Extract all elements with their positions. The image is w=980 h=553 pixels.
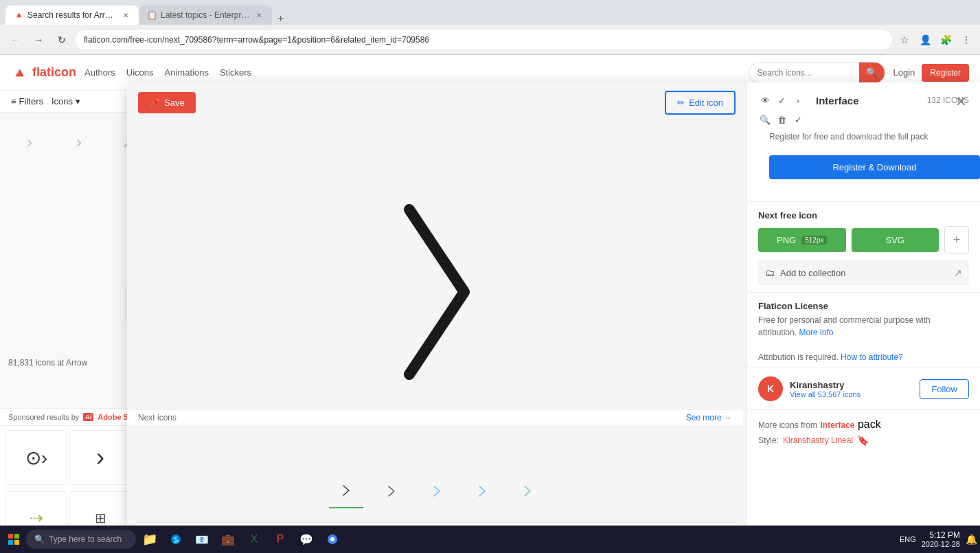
variant-3[interactable] <box>420 474 454 508</box>
bookmark-star-icon[interactable]: ☆ <box>896 32 913 48</box>
collection-icon: 🗂 <box>765 267 775 278</box>
style-label: Style: <box>758 436 779 445</box>
main-chevron-icon <box>368 196 505 388</box>
style-link[interactable]: Kiranshastry Lineal <box>783 436 853 445</box>
save-label: Save <box>164 98 185 108</box>
pack-title-row: 👁 ✓ › Interface 132 ICONS <box>758 93 969 107</box>
pack-icon-check2: ✓ <box>791 113 805 126</box>
register-download-button[interactable]: Register & Download <box>769 155 980 179</box>
svg-point-5 <box>330 537 334 541</box>
settings-icon[interactable]: ⋮ <box>958 32 975 48</box>
tab-1-label: Search results for Arrow - Flatico... <box>27 10 117 20</box>
license-section: Flaticon License Free for personal and c… <box>747 292 980 347</box>
taskbar-app-teams[interactable]: 💼 <box>216 527 240 552</box>
modal-close-button[interactable]: ✕ <box>950 91 972 113</box>
taskbar-app-chrome[interactable] <box>320 527 345 552</box>
taskbar-app-outlook[interactable]: 📧 <box>190 527 214 552</box>
download-options: PNG 512px SVG + <box>747 226 980 253</box>
icon-variants <box>127 460 747 522</box>
attribution-row: Attribution is required. How to attribut… <box>747 347 980 368</box>
png-label: PNG <box>777 235 796 245</box>
collection-label: Add to collection <box>780 268 943 278</box>
more-formats-button[interactable]: + <box>944 226 969 253</box>
author-name: Kiranshastry <box>790 380 913 390</box>
share-icon[interactable]: ↗ <box>954 267 962 278</box>
flaticon-page: 🔺 flaticon Authors Uicons Animations Sti… <box>0 55 980 553</box>
taskbar-app-edge[interactable] <box>163 527 188 552</box>
icon-modal: 📌 Save ✏ Edit icon <box>127 82 980 553</box>
pack-title: Interface <box>816 95 859 106</box>
tab-2-label: Latest topics - Enterprise DNA Fo... <box>161 10 250 20</box>
toolbar-icons: ☆ 👤 🧩 ⋮ <box>896 32 975 48</box>
taskbar-app-explorer[interactable]: 📁 <box>137 527 162 552</box>
follow-button[interactable]: Follow <box>920 379 969 399</box>
notification-icon[interactable]: 🔔 <box>966 534 977 545</box>
variant-5[interactable] <box>510 474 545 508</box>
modal-toolbar: 📌 Save ✏ Edit icon <box>127 82 747 123</box>
more-icons-from-text: More icons from <box>758 420 817 430</box>
svg-download-button[interactable]: SVG <box>852 228 939 252</box>
next-free-icon-title: Next free icon <box>747 202 980 226</box>
edit-icon-label: Edit icon <box>689 98 723 108</box>
pack-link[interactable]: Interface <box>820 420 854 430</box>
add-to-collection-row[interactable]: 🗂 Add to collection ↗ <box>758 260 969 285</box>
save-button[interactable]: 📌 Save <box>138 92 196 113</box>
see-more-link[interactable]: See more → <box>686 413 732 422</box>
pack-icon-search: 🔍 <box>758 113 772 126</box>
taskbar-right: ENG 5:12 PM 2020-12-28 🔔 <box>900 530 977 548</box>
taskbar-app-powerpoint[interactable]: P <box>268 527 293 552</box>
modal-overlay: 📌 Save ✏ Edit icon <box>0 55 980 553</box>
attribution-text: Attribution is required. <box>758 352 839 362</box>
next-icons-bar: Next icons See more → <box>127 409 743 425</box>
tab-1-close[interactable]: ✕ <box>121 10 130 20</box>
taskbar-search[interactable]: 🔍 Type here to search <box>26 530 136 549</box>
pencil-icon: ✏ <box>677 98 685 108</box>
next-icons-label: Next icons <box>138 413 176 422</box>
author-row: K Kiranshastry View all 53,567 icons Fol… <box>747 368 980 409</box>
more-icons-section: More icons from Interface pack Style: Ki… <box>747 409 980 454</box>
svg-rect-2 <box>8 540 13 545</box>
profile-icon[interactable]: 👤 <box>917 32 933 48</box>
svg-label: SVG <box>886 235 904 245</box>
edit-icon-button[interactable]: ✏ Edit icon <box>665 91 736 115</box>
license-title: Flaticon License <box>758 301 969 311</box>
extensions-icon[interactable]: 🧩 <box>937 32 954 48</box>
back-button[interactable]: ← <box>5 30 25 49</box>
start-button[interactable] <box>3 527 25 552</box>
png-download-button[interactable]: PNG 512px <box>758 228 846 252</box>
tab-bar: 🔺 Search results for Arrow - Flatico... … <box>0 0 980 25</box>
taskbar-lang: ENG <box>900 535 916 543</box>
pack-description: Register for free and download the full … <box>758 132 969 150</box>
license-description: Free for personal and commercial purpose… <box>758 314 969 339</box>
reload-button[interactable]: ↻ <box>52 30 71 49</box>
new-tab-button[interactable]: + <box>272 12 289 25</box>
taskbar-date: 2020-12-28 <box>922 540 960 548</box>
pin-icon: 📌 <box>149 98 160 108</box>
tab-1-active[interactable]: 🔺 Search results for Arrow - Flatico... … <box>5 5 139 25</box>
taskbar-search-label: Type here to search <box>49 534 122 544</box>
pack-icon-trash: 🗑 <box>775 113 788 126</box>
taskbar-app-skype[interactable]: 💬 <box>294 527 319 552</box>
tab-2[interactable]: 📋 Latest topics - Enterprise DNA Fo... ✕ <box>139 5 272 25</box>
taskbar: 🔍 Type here to search 📁 📧 💼 X P 💬 ENG 5:… <box>0 526 980 553</box>
forward-button[interactable]: → <box>29 30 48 49</box>
variant-1[interactable] <box>329 474 363 508</box>
license-desc-text: Free for personal and commercial purpose… <box>758 315 931 337</box>
taskbar-app-excel[interactable]: X <box>242 527 266 552</box>
icon-info-panel: 👁 ✓ › Interface 132 ICONS 🔍 🗑 ✓ Register… <box>747 82 980 553</box>
svg-rect-0 <box>8 534 13 539</box>
search-icon-taskbar: 🔍 <box>34 534 45 544</box>
pack-suffix: pack <box>858 418 881 430</box>
address-input[interactable] <box>76 30 892 49</box>
svg-rect-1 <box>14 534 19 539</box>
variant-4[interactable] <box>465 474 499 508</box>
more-info-link[interactable]: More info <box>799 328 833 337</box>
author-icons-count[interactable]: View all 53,567 icons <box>790 390 913 398</box>
tab-2-close[interactable]: ✕ <box>254 10 264 20</box>
style-row: Style: Kiranshastry Lineal 🔖 <box>758 435 969 446</box>
how-to-attribute-link[interactable]: How to attribute? <box>841 352 903 362</box>
variant-2[interactable] <box>374 474 409 508</box>
bookmark-icon[interactable]: 🔖 <box>857 435 869 446</box>
address-bar-row: ← → ↻ ☆ 👤 🧩 ⋮ <box>0 25 980 55</box>
svg-rect-3 <box>14 540 19 545</box>
